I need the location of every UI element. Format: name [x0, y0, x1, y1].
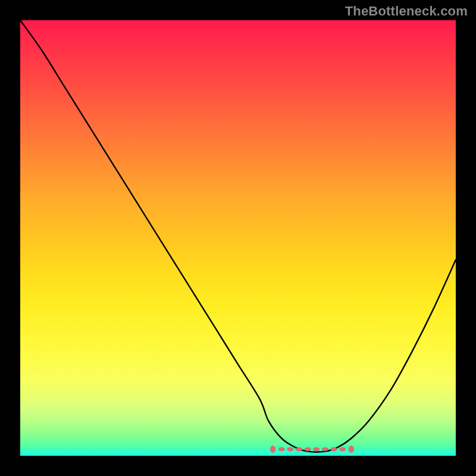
optimal-marker	[340, 447, 346, 451]
optimal-marker	[296, 447, 302, 451]
plot-area	[20, 20, 456, 456]
optimal-marker	[349, 446, 353, 453]
optimal-marker	[331, 447, 337, 451]
optimal-marker	[305, 447, 311, 451]
bottleneck-curve-path	[20, 20, 456, 452]
optimal-marker	[278, 447, 284, 451]
chart-frame: TheBottleneck.com	[0, 0, 476, 476]
optimal-marker	[287, 447, 293, 451]
optimal-marker	[314, 447, 320, 451]
optimal-marker	[270, 446, 275, 453]
optimal-marker	[322, 447, 328, 451]
curve-layer	[20, 20, 456, 456]
watermark-text: TheBottleneck.com	[345, 4, 468, 19]
